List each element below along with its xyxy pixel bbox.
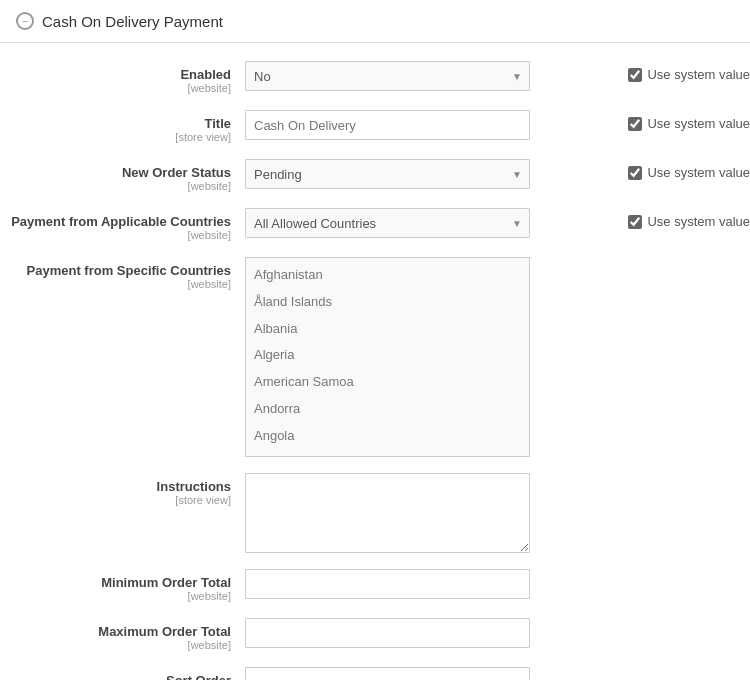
sort-order-label-col: Sort Order [website]	[0, 667, 245, 680]
enabled-select[interactable]: No Yes	[245, 61, 530, 91]
sort-order-row: Sort Order [website]	[0, 659, 750, 680]
title-control	[245, 110, 612, 140]
country-list-item[interactable]: Angola	[246, 423, 529, 450]
new-order-status-use-system-label: Use system value	[647, 165, 750, 180]
new-order-status-checkbox-wrapper: Use system value	[628, 165, 750, 180]
applicable-countries-select[interactable]: All Allowed Countries Specific Countries	[245, 208, 530, 238]
title-row: Title [store view] Use system value	[0, 102, 750, 151]
country-list-item[interactable]: Algeria	[246, 342, 529, 369]
applicable-countries-scope: [website]	[0, 229, 231, 241]
specific-countries-label: Payment from Specific Countries	[0, 263, 231, 278]
form-container: Enabled [website] No Yes ▼ Use system va…	[0, 43, 750, 680]
new-order-status-label: New Order Status	[0, 165, 231, 180]
specific-countries-list[interactable]: AfghanistanÅland IslandsAlbaniaAlgeriaAm…	[245, 257, 530, 457]
country-list-item[interactable]: American Samoa	[246, 369, 529, 396]
max-order-total-control	[245, 618, 750, 648]
title-use-system: Use system value	[612, 110, 750, 131]
enabled-scope: [website]	[0, 82, 231, 94]
enabled-row: Enabled [website] No Yes ▼ Use system va…	[0, 53, 750, 102]
applicable-countries-use-system-label: Use system value	[647, 214, 750, 229]
new-order-status-row: New Order Status [website] Pending Proce…	[0, 151, 750, 200]
country-list-item[interactable]: Åland Islands	[246, 289, 529, 316]
enabled-label: Enabled	[0, 67, 231, 82]
instructions-label-col: Instructions [store view]	[0, 473, 245, 506]
specific-countries-scope: [website]	[0, 278, 231, 290]
country-list-item[interactable]: Andorra	[246, 396, 529, 423]
specific-countries-control: AfghanistanÅland IslandsAlbaniaAlgeriaAm…	[245, 257, 750, 457]
title-input[interactable]	[245, 110, 530, 140]
min-order-total-row: Minimum Order Total [website]	[0, 561, 750, 610]
title-checkbox-wrapper: Use system value	[628, 116, 750, 131]
title-scope: [store view]	[0, 131, 231, 143]
applicable-countries-label-col: Payment from Applicable Countries [websi…	[0, 208, 245, 241]
page-header: − Cash On Delivery Payment	[0, 0, 750, 43]
applicable-countries-select-wrapper: All Allowed Countries Specific Countries…	[245, 208, 530, 238]
country-list-item[interactable]: Albania	[246, 316, 529, 343]
new-order-status-label-col: New Order Status [website]	[0, 159, 245, 192]
applicable-countries-label: Payment from Applicable Countries	[0, 214, 231, 229]
new-order-status-select-wrapper: Pending Processing ▼	[245, 159, 530, 189]
enabled-control: No Yes ▼	[245, 61, 612, 91]
collapse-icon[interactable]: −	[16, 12, 34, 30]
max-order-total-row: Maximum Order Total [website]	[0, 610, 750, 659]
specific-countries-label-col: Payment from Specific Countries [website…	[0, 257, 245, 290]
enabled-use-system-label: Use system value	[647, 67, 750, 82]
instructions-row: Instructions [store view]	[0, 465, 750, 561]
country-list-item[interactable]: Anguilla	[246, 450, 529, 457]
new-order-status-use-system-checkbox[interactable]	[628, 166, 642, 180]
new-order-status-use-system: Use system value	[612, 159, 750, 180]
min-order-total-label-col: Minimum Order Total [website]	[0, 569, 245, 602]
applicable-countries-use-system-checkbox[interactable]	[628, 215, 642, 229]
min-order-total-label: Minimum Order Total	[0, 575, 231, 590]
sort-order-label: Sort Order	[0, 673, 231, 680]
enabled-checkbox-wrapper: Use system value	[628, 67, 750, 82]
instructions-control	[245, 473, 750, 553]
enabled-label-col: Enabled [website]	[0, 61, 245, 94]
instructions-textarea[interactable]	[245, 473, 530, 553]
sort-order-input[interactable]	[245, 667, 530, 680]
sort-order-control	[245, 667, 750, 680]
applicable-countries-checkbox-wrapper: Use system value	[628, 214, 750, 229]
min-order-total-input[interactable]	[245, 569, 530, 599]
new-order-status-control: Pending Processing ▼	[245, 159, 612, 189]
page-title: Cash On Delivery Payment	[42, 13, 223, 30]
applicable-countries-row: Payment from Applicable Countries [websi…	[0, 200, 750, 249]
instructions-scope: [store view]	[0, 494, 231, 506]
title-use-system-label: Use system value	[647, 116, 750, 131]
applicable-countries-use-system: Use system value	[612, 208, 750, 229]
specific-countries-row: Payment from Specific Countries [website…	[0, 249, 750, 465]
country-list-item[interactable]: Afghanistan	[246, 262, 529, 289]
enabled-use-system: Use system value	[612, 61, 750, 82]
max-order-total-label-col: Maximum Order Total [website]	[0, 618, 245, 651]
title-label-col: Title [store view]	[0, 110, 245, 143]
max-order-total-input[interactable]	[245, 618, 530, 648]
instructions-label: Instructions	[0, 479, 231, 494]
title-use-system-checkbox[interactable]	[628, 117, 642, 131]
max-order-total-label: Maximum Order Total	[0, 624, 231, 639]
new-order-status-scope: [website]	[0, 180, 231, 192]
min-order-total-scope: [website]	[0, 590, 231, 602]
max-order-total-scope: [website]	[0, 639, 231, 651]
title-label: Title	[0, 116, 231, 131]
new-order-status-select[interactable]: Pending Processing	[245, 159, 530, 189]
enabled-select-wrapper: No Yes ▼	[245, 61, 530, 91]
enabled-use-system-checkbox[interactable]	[628, 68, 642, 82]
min-order-total-control	[245, 569, 750, 599]
applicable-countries-control: All Allowed Countries Specific Countries…	[245, 208, 612, 238]
